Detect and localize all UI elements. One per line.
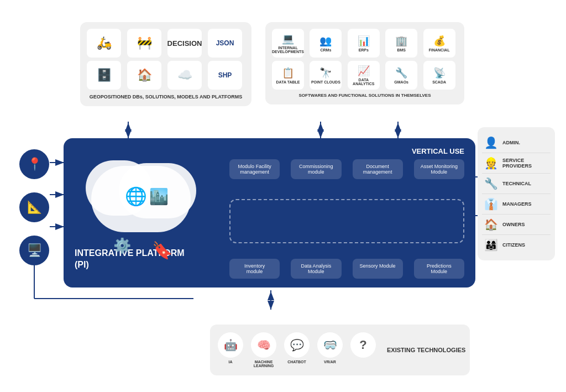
top-left-icon-grid: 🛵 🚧 DECISION JSON 🗄️ 🏠 ☁️ SHP bbox=[87, 29, 245, 90]
vrar-label: VR/AR bbox=[324, 360, 336, 364]
module-facility: Modulo Facilitymanagement bbox=[229, 159, 280, 179]
icon-building: 🏠 bbox=[127, 61, 161, 90]
icon-scada: 📡 SCADA bbox=[423, 61, 455, 90]
user-citizens: 👨‍👩‍👧 CITIZENS bbox=[482, 235, 551, 255]
icon-erp: 📊 ERPs bbox=[348, 29, 380, 58]
user-service-providers: 👷 SERVICEPROVIDERS bbox=[482, 153, 551, 174]
technical-icon: 🔧 bbox=[484, 177, 498, 190]
ml-label: MACHINELEARNING bbox=[254, 360, 274, 368]
owners-icon: 🏠 bbox=[484, 218, 498, 231]
top-left-label: GEOPOSITIONED DBs, SOLUTIONS, MODELS AND… bbox=[87, 94, 245, 100]
left-circles: 📍 📐 🖥️ bbox=[19, 149, 49, 265]
dashed-box bbox=[229, 199, 464, 243]
right-user-box: 👤 ADMIN. 👷 SERVICEPROVIDERS 🔧 TECHNICAL … bbox=[478, 127, 555, 260]
bookmark-icon: 🔖 bbox=[152, 241, 172, 260]
top-right-box: 💻 INTERNALDEVELOPMENTS 👥 CRMs 📊 ERPs 🏢 B… bbox=[265, 22, 464, 104]
owners-label: OWNERS bbox=[502, 222, 525, 227]
service-provider-icon: 👷 bbox=[484, 156, 498, 170]
module-commissioning: Commissioningmodule bbox=[291, 159, 341, 179]
module-predictions: PredictionsModule bbox=[414, 259, 464, 279]
circle-location: 📍 bbox=[19, 149, 49, 179]
cloud-network-icon: 🌐 bbox=[125, 186, 147, 207]
tech-icons-container: 🤖 IA 🧠 MACHINELEARNING 💬 CHATBOT 🥽 VR/AR… bbox=[218, 332, 376, 368]
module-asset: Asset MonitoringModule bbox=[414, 159, 464, 179]
user-technical: 🔧 TECHNICAL bbox=[482, 174, 551, 194]
tech-vrar: 🥽 VR/AR bbox=[317, 332, 343, 364]
ml-icon-circle: 🧠 bbox=[251, 332, 276, 358]
icon-data-table: 📋 DATA TABLE bbox=[272, 61, 304, 90]
icon-cloud: ☁️ bbox=[167, 61, 202, 90]
icon-scooter: 🛵 bbox=[87, 29, 121, 58]
ia-icon-circle: 🤖 bbox=[218, 332, 243, 358]
unknown-icon-circle: ? bbox=[350, 332, 376, 358]
bottom-modules: Inventorymodule Data AnalysisModule Sens… bbox=[229, 259, 464, 279]
tech-unknown: ? bbox=[350, 332, 376, 360]
top-right-row1: 💻 INTERNALDEVELOPMENTS 👥 CRMs 📊 ERPs 🏢 B… bbox=[272, 29, 458, 58]
robot-icon: ⚙️ bbox=[113, 237, 131, 254]
icon-data-analytics: 📈 DATAANALYTICS bbox=[348, 61, 380, 90]
module-inventory: Inventorymodule bbox=[229, 259, 280, 279]
icon-bms: 🏢 BMS bbox=[385, 29, 417, 58]
main-platform: VERTICAL USE Modulo Facilitymanagement C… bbox=[64, 138, 475, 288]
module-document: Documentmanagement bbox=[353, 159, 403, 179]
ia-label: IA bbox=[229, 360, 233, 364]
circle-monitor: 🖥️ bbox=[19, 236, 49, 265]
circle-blueprint: 📐 bbox=[19, 192, 49, 222]
managers-label: MANAGERS bbox=[502, 201, 532, 207]
user-owners: 🏠 OWNERS bbox=[482, 215, 551, 235]
icon-database: 🗄️ bbox=[87, 61, 121, 90]
managers-icon: 👔 bbox=[484, 197, 498, 211]
tech-chatbot: 💬 CHATBOT bbox=[284, 332, 310, 364]
icon-point-clouds: 🔭 POINT CLOUDS bbox=[310, 61, 342, 90]
top-right-label: SOFTWARES AND FUNCTIONAL SOLUTIONS IN TH… bbox=[272, 93, 458, 98]
chatbot-label: CHATBOT bbox=[287, 360, 306, 364]
citizens-label: CITIZENS bbox=[502, 242, 525, 248]
icon-financial: 💰 FINANCIAL bbox=[423, 29, 455, 58]
existing-tech-label: EXISTING TECHNOLOGIES bbox=[387, 347, 465, 353]
diagram-container: 🛵 🚧 DECISION JSON 🗄️ 🏠 ☁️ SHP GEOPOSITIO… bbox=[0, 0, 566, 392]
user-managers: 👔 MANAGERS bbox=[482, 194, 551, 215]
admin-label: ADMIN. bbox=[502, 140, 520, 145]
icon-document: DECISION bbox=[167, 29, 202, 58]
module-data-analysis: Data AnalysisModule bbox=[291, 259, 341, 279]
icon-road: 🚧 bbox=[127, 29, 161, 58]
vertical-use-label: VERTICAL USE bbox=[412, 147, 464, 155]
icon-json: JSON bbox=[208, 29, 242, 58]
technical-label: TECHNICAL bbox=[502, 181, 531, 186]
module-sensory: Sensory Module bbox=[353, 259, 403, 279]
vrar-icon-circle: 🥽 bbox=[317, 332, 343, 358]
icon-gmaos: 🔧 GMAOs bbox=[385, 61, 417, 90]
cloud-city-icon: 🏙️ bbox=[149, 187, 169, 206]
top-right-row2: 📋 DATA TABLE 🔭 POINT CLOUDS 📈 DATAANALYT… bbox=[272, 61, 458, 90]
tech-ia: 🤖 IA bbox=[218, 332, 243, 364]
bottom-tech-box: 🤖 IA 🧠 MACHINELEARNING 💬 CHATBOT 🥽 VR/AR… bbox=[210, 325, 470, 375]
tech-ml: 🧠 MACHINELEARNING bbox=[251, 332, 276, 368]
user-admin: 👤 ADMIN. bbox=[482, 133, 551, 153]
citizens-icon: 👨‍👩‍👧 bbox=[484, 238, 498, 252]
chatbot-icon-circle: 💬 bbox=[284, 332, 310, 358]
icon-shp: SHP bbox=[208, 61, 242, 90]
admin-icon: 👤 bbox=[484, 136, 498, 149]
service-provider-label: SERVICEPROVIDERS bbox=[502, 158, 532, 169]
icon-crm: 👥 CRMs bbox=[310, 29, 342, 58]
cloud-visual: 🌐 🏙️ 🔖 ⚙️ bbox=[80, 155, 213, 265]
top-left-box: 🛵 🚧 DECISION JSON 🗄️ 🏠 ☁️ SHP GEOPOSITIO… bbox=[80, 22, 251, 106]
top-modules: Modulo Facilitymanagement Commissioningm… bbox=[229, 159, 464, 179]
icon-internal-dev: 💻 INTERNALDEVELOPMENTS bbox=[272, 29, 304, 58]
